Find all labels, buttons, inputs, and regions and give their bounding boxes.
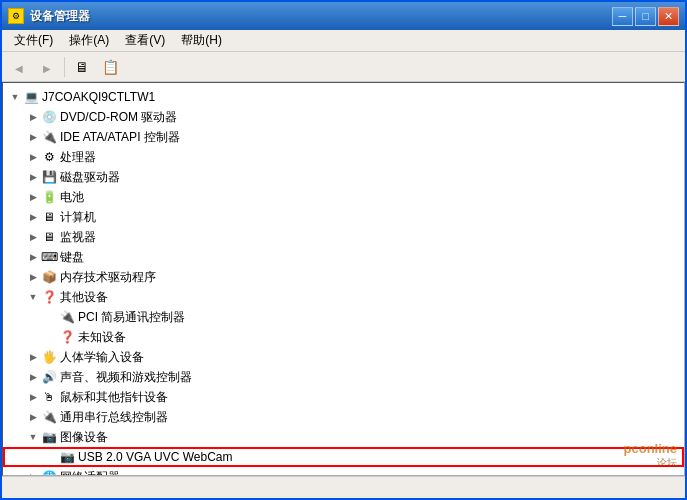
tree-item-keyboard[interactable]: ▶ ⌨ 键盘 — [3, 247, 684, 267]
tree-item-imaging[interactable]: ▼ 📷 图像设备 — [3, 427, 684, 447]
item-icon-dvdrom: 💿 — [41, 109, 57, 125]
item-label-memory: 内存技术驱动程序 — [60, 269, 156, 286]
item-icon-mouse: 🖱 — [41, 389, 57, 405]
item-label-usb: 通用串行总线控制器 — [60, 409, 168, 426]
item-label-imaging: 图像设备 — [60, 429, 108, 446]
item-icon-monitor: 🖥 — [41, 229, 57, 245]
item-label-monitor: 监视器 — [60, 229, 96, 246]
item-label-hid: 人体学输入设备 — [60, 349, 144, 366]
item-label-sound: 声音、视频和游戏控制器 — [60, 369, 192, 386]
expand-icon[interactable]: ▼ — [25, 429, 41, 445]
tree-item-pci[interactable]: 🔌 PCI 简易通讯控制器 — [3, 307, 684, 327]
expand-icon[interactable]: ▶ — [25, 269, 41, 285]
tree-item-computer[interactable]: ▶ 🖥 计算机 — [3, 207, 684, 227]
expand-icon[interactable]: ▶ — [25, 369, 41, 385]
expand-icon[interactable]: ▼ — [25, 289, 41, 305]
expand-icon[interactable]: ▶ — [25, 209, 41, 225]
expand-icon[interactable] — [43, 309, 59, 325]
forward-icon — [43, 59, 51, 75]
device-tree[interactable]: ▼ 💻 J7COAKQI9CTLTW1 ▶ 💿 DVD/CD-ROM 驱动器 ▶… — [2, 82, 685, 476]
item-icon-battery: 🔋 — [41, 189, 57, 205]
expand-icon[interactable]: ▶ — [25, 169, 41, 185]
item-label-root: J7COAKQI9CTLTW1 — [42, 90, 155, 104]
expand-icon[interactable]: ▶ — [25, 349, 41, 365]
expand-icon[interactable] — [43, 329, 59, 345]
tree-item-ide[interactable]: ▶ 🔌 IDE ATA/ATAPI 控制器 — [3, 127, 684, 147]
expand-icon[interactable] — [43, 449, 59, 465]
toolbar-separator — [64, 57, 65, 77]
tree-item-cpu[interactable]: ▶ ⚙ 处理器 — [3, 147, 684, 167]
back-button[interactable] — [6, 55, 32, 79]
properties-button[interactable]: 📋 — [97, 55, 123, 79]
device-manager-window: ⚙ 设备管理器 ─ □ ✕ 文件(F) 操作(A) 查看(V) 帮助(H) 🖥 … — [0, 0, 687, 500]
monitor-icon: 🖥 — [75, 59, 89, 75]
expand-icon[interactable]: ▼ — [7, 89, 23, 105]
expand-icon[interactable]: ▶ — [25, 389, 41, 405]
close-button[interactable]: ✕ — [658, 7, 679, 26]
watermark-subtext: 论坛 — [657, 456, 677, 470]
menu-action[interactable]: 操作(A) — [61, 30, 117, 51]
expand-icon[interactable]: ▶ — [25, 249, 41, 265]
forward-button[interactable] — [34, 55, 60, 79]
expand-icon[interactable]: ▶ — [25, 109, 41, 125]
minimize-button[interactable]: ─ — [612, 7, 633, 26]
item-icon-webcam: 📷 — [59, 449, 75, 465]
tree-item-other[interactable]: ▼ ❓ 其他设备 — [3, 287, 684, 307]
expand-icon[interactable]: ▶ — [25, 149, 41, 165]
expand-icon[interactable]: ▶ — [25, 469, 41, 476]
expand-icon[interactable]: ▶ — [25, 129, 41, 145]
item-label-mouse: 鼠标和其他指针设备 — [60, 389, 168, 406]
tree-item-battery[interactable]: ▶ 🔋 电池 — [3, 187, 684, 207]
tree-item-disk[interactable]: ▶ 💾 磁盘驱动器 — [3, 167, 684, 187]
tree-item-monitor[interactable]: ▶ 🖥 监视器 — [3, 227, 684, 247]
item-icon-usb: 🔌 — [41, 409, 57, 425]
item-label-ide: IDE ATA/ATAPI 控制器 — [60, 129, 180, 146]
item-label-keyboard: 键盘 — [60, 249, 84, 266]
item-icon-pci: 🔌 — [59, 309, 75, 325]
item-label-other: 其他设备 — [60, 289, 108, 306]
item-label-pci: PCI 简易通讯控制器 — [78, 309, 185, 326]
properties-icon: 📋 — [102, 59, 119, 75]
item-icon-cpu: ⚙ — [41, 149, 57, 165]
item-label-dvdrom: DVD/CD-ROM 驱动器 — [60, 109, 177, 126]
tree-item-memory[interactable]: ▶ 📦 内存技术驱动程序 — [3, 267, 684, 287]
watermark: pconline 论坛 — [624, 441, 677, 470]
menu-file[interactable]: 文件(F) — [6, 30, 61, 51]
item-icon-sound: 🔊 — [41, 369, 57, 385]
expand-icon[interactable]: ▶ — [25, 189, 41, 205]
tree-item-usb[interactable]: ▶ 🔌 通用串行总线控制器 — [3, 407, 684, 427]
toolbar: 🖥 📋 — [2, 52, 685, 82]
menu-view[interactable]: 查看(V) — [117, 30, 173, 51]
tree-item-webcam[interactable]: 📷 USB 2.0 VGA UVC WebCam — [3, 447, 684, 467]
tree-item-mouse[interactable]: ▶ 🖱 鼠标和其他指针设备 — [3, 387, 684, 407]
title-bar: ⚙ 设备管理器 ─ □ ✕ — [2, 2, 685, 30]
menu-bar: 文件(F) 操作(A) 查看(V) 帮助(H) — [2, 30, 685, 52]
window-title: 设备管理器 — [30, 8, 90, 25]
item-icon-disk: 💾 — [41, 169, 57, 185]
item-label-computer: 计算机 — [60, 209, 96, 226]
item-icon-imaging: 📷 — [41, 429, 57, 445]
item-icon-network: 🌐 — [41, 469, 57, 476]
title-buttons: ─ □ ✕ — [612, 7, 679, 26]
content-area: ▼ 💻 J7COAKQI9CTLTW1 ▶ 💿 DVD/CD-ROM 驱动器 ▶… — [2, 82, 685, 476]
expand-icon[interactable]: ▶ — [25, 229, 41, 245]
item-label-unknown: 未知设备 — [78, 329, 126, 346]
maximize-button[interactable]: □ — [635, 7, 656, 26]
watermark-text: pconline — [624, 441, 677, 456]
item-icon-computer: 🖥 — [41, 209, 57, 225]
tree-item-dvdrom[interactable]: ▶ 💿 DVD/CD-ROM 驱动器 — [3, 107, 684, 127]
tree-item-unknown[interactable]: ❓ 未知设备 — [3, 327, 684, 347]
tree-item-network[interactable]: ▶ 🌐 网络适配器 — [3, 467, 684, 476]
menu-help[interactable]: 帮助(H) — [173, 30, 230, 51]
device-manager-button[interactable]: 🖥 — [69, 55, 95, 79]
item-label-battery: 电池 — [60, 189, 84, 206]
back-icon — [15, 59, 23, 75]
status-bar — [2, 476, 685, 498]
item-icon-hid: 🖐 — [41, 349, 57, 365]
expand-icon[interactable]: ▶ — [25, 409, 41, 425]
tree-item-hid[interactable]: ▶ 🖐 人体学输入设备 — [3, 347, 684, 367]
window-icon: ⚙ — [8, 8, 24, 24]
item-label-cpu: 处理器 — [60, 149, 96, 166]
tree-item-root[interactable]: ▼ 💻 J7COAKQI9CTLTW1 — [3, 87, 684, 107]
tree-item-sound[interactable]: ▶ 🔊 声音、视频和游戏控制器 — [3, 367, 684, 387]
